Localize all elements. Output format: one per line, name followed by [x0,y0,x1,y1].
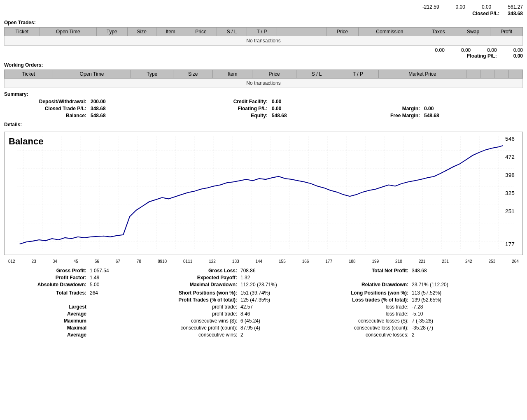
stats-row2: Profit Factor: 1.49 Expected Payoff: 1.3… [4,275,523,281]
largest-profit-trade-value: 42.57 [240,304,315,310]
col-profit: Profit [490,28,523,36]
wo-col-ticket: Ticket [5,70,53,79]
summary-grid: Deposit/Withdrawal: 200.00 Credit Facili… [4,99,523,118]
col-swap: Swap [456,28,490,36]
closed-pl-label: Closed P/L: [472,11,499,16]
svg-text:398: 398 [505,172,515,178]
col-commission: Commission [358,28,421,36]
abs-drawdown-label: Absolute Drawdown: [4,282,86,288]
max-drawdown-value: 112.20 (23.71%) [240,282,315,288]
stats-row7: Average profit trade: 8.46 loss trade: -… [4,311,523,317]
rel-drawdown-label: Relative Drawdown: [318,282,408,288]
profit-factor-label: Profit Factor: [4,275,86,281]
ot-total2: 0.00 [461,47,471,53]
profit-trades-value: 125 (47.35%) [240,297,315,303]
largest-label: Largest [4,304,86,310]
wo-col-e1 [466,70,480,79]
floating-pl-value: 0.00 [513,53,523,59]
col-type: Type [96,28,127,36]
summary-section: Summary: Deposit/Withdrawal: 200.00 Cred… [4,91,523,118]
largest-loss-trade-value: -7.28 [412,304,461,310]
maximal-consec-profit-value: 87.95 (4) [240,325,315,331]
chart-container: Balance 546 472 398 325 251 177 [4,132,523,255]
short-pos-label: Short Positions (won %): [142,290,237,296]
max-consec-wins-value: 6 (45.24) [240,318,315,324]
avg-consec-wins-value: 2 [240,332,315,338]
maximal-consec-loss-label: consecutive loss (count): [318,325,408,331]
col-item: Item [156,28,185,36]
abs-drawdown-value: 5.00 [90,282,139,288]
wo-col-item: Item [213,70,252,79]
summary-title: Summary: [4,91,523,97]
top-val1: -212.59 [422,4,439,10]
stats-section: Gross Profit: 1 057.54 Gross Loss: 708.8… [4,268,523,338]
top-val3: 0.00 [482,4,491,10]
largest-profit-trade-label: profit trade: [142,304,237,310]
gross-profit-value: 1 057.54 [90,268,139,274]
stats-row4: Total Trades: 264 Short Positions (won %… [4,290,523,296]
svg-text:546: 546 [505,136,515,142]
stats-row1: Gross Profit: 1 057.54 Gross Loss: 708.8… [4,268,523,274]
equity-value: 548.68 [272,113,333,118]
margin-label: Margin: [338,106,420,111]
avg-loss-trade-value: -5.10 [412,311,461,317]
avg-profit-trade-label: profit trade: [142,311,237,317]
margin-value: 0.00 [424,106,465,111]
avg-consec-losses-value: 2 [412,332,461,338]
svg-text:472: 472 [505,154,515,160]
deposit-label: Deposit/Withdrawal: [4,99,86,104]
summary-closedpl-label: Closed Trade P/L: [4,106,86,111]
top-val2: 0.00 [456,4,465,10]
rel-drawdown-value: 23.71% (112.20) [412,282,461,288]
wo-col-e2 [480,70,494,79]
largest-loss-trade-label: loss trade: [318,304,408,310]
details-title: Details: [4,122,523,128]
wo-col-size: Size [173,70,213,79]
col-opentime: Open Time [40,28,96,36]
wo-col-e3 [494,70,508,79]
col-price2: Price [326,28,359,36]
balance-value: 548.68 [91,113,140,118]
x-axis-labels: 012 23 34 45 56 67 78 8910 0111 122 133 … [4,259,523,264]
summary-floatingpl-label: Floating P/L: [144,106,268,111]
svg-text:325: 325 [505,190,515,196]
deposit-value: 200.00 [91,99,140,104]
stats-row6: Largest profit trade: 42.57 loss trade: … [4,304,523,310]
working-orders-no-data: No transactions [5,79,523,88]
avg-profit-trade-value: 8.46 [240,311,315,317]
free-margin-label: Free Margin: [338,113,420,118]
credit-value: 0.00 [272,99,333,104]
total-trades-label: Total Trades: [4,290,86,296]
max-consec-wins-label: consecutive wins ($): [142,318,237,324]
col-sl: S / L [217,28,247,36]
chart-title: Balance [9,136,43,147]
expected-payoff-label: Expected Payoff: [142,275,237,281]
ot-total1: 0.00 [435,47,445,53]
working-orders-section: Working Orders: Ticket Open Time Type Si… [4,62,523,88]
wo-col-e4 [508,70,522,79]
free-margin-value: 548.68 [424,113,465,118]
stats-row5: Profit Trades (% of total): 125 (47.35%)… [4,297,523,303]
max-consec-losses-value: 7 (-35.28) [412,318,461,324]
closed-pl-value: 348.68 [508,11,523,16]
top-summary: -212.59 0.00 0.00 561.27 Closed P/L: 348… [4,4,523,16]
summary-closedpl-value: 348.68 [91,106,140,111]
maximum-label: Maximum [4,318,86,324]
short-pos-value: 151 (39.74%) [240,290,315,296]
col-price: Price [185,28,217,36]
stats-row9: Maximal consecutive profit (count): 87.9… [4,325,523,331]
working-orders-title: Working Orders: [4,62,523,68]
average2-label: Average [4,332,86,338]
open-trades-title: Open Trades: [4,20,523,26]
summary-floatingpl-value: 0.00 [272,106,333,111]
open-trades-totals: 0.00 0.00 0.00 0.00 Floating P/L: 0.00 [4,47,523,59]
max-consec-losses-label: consecutive losses ($): [318,318,408,324]
stats-row10: Average consecutive wins: 2 consecutive … [4,332,523,338]
balance-chart: 546 472 398 325 251 177 [5,132,522,255]
col-taxes: Taxes [421,28,456,36]
balance-label: Balance: [4,113,86,118]
open-trades-no-data: No transactions [5,36,523,46]
col-tp: T / P [247,28,277,36]
ot-total3: 0.00 [487,47,497,53]
wo-col-price: Price [252,70,296,79]
